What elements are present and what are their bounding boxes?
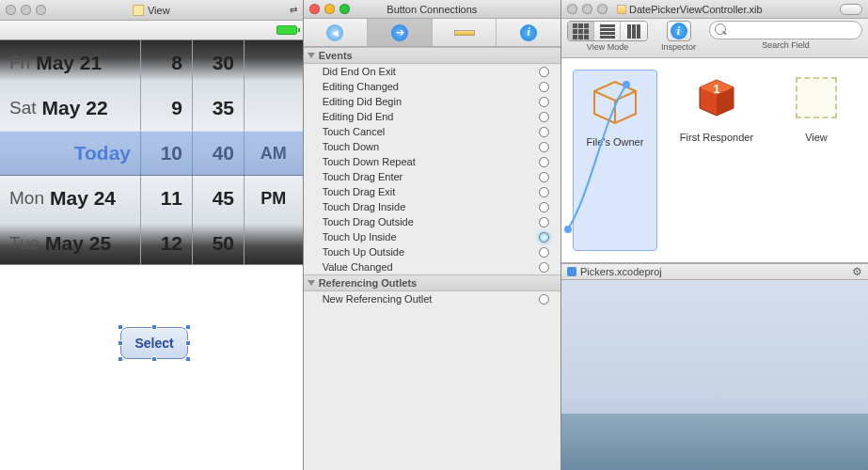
resize-handle[interactable]: [185, 340, 191, 346]
outlet-icon[interactable]: [539, 232, 549, 243]
event-row[interactable]: Did End On Exit: [304, 64, 560, 79]
view-object[interactable]: View: [776, 70, 857, 251]
event-row[interactable]: Touch Up Outside: [304, 244, 560, 259]
outlet-icon[interactable]: [539, 97, 549, 107]
resize-handle[interactable]: [118, 324, 123, 330]
resize-handle[interactable]: [118, 356, 123, 362]
xib-titlebar[interactable]: DatePickerViewController.xib: [561, 0, 868, 19]
gear-icon[interactable]: ⚙: [852, 265, 862, 278]
files-owner-object[interactable]: File's Owner: [573, 70, 657, 251]
connections-titlebar[interactable]: Button Connections: [304, 0, 560, 19]
view-mode-columns[interactable]: [621, 22, 647, 40]
event-row[interactable]: Value Changed: [304, 259, 560, 274]
outlet-icon[interactable]: [539, 262, 549, 273]
minimize-icon[interactable]: [324, 4, 335, 14]
outlet-row[interactable]: New Referencing Outlet: [304, 291, 560, 306]
tab-attributes[interactable]: ◄: [304, 19, 369, 46]
first-responder-object[interactable]: 1 First Responder: [676, 70, 757, 251]
tab-size[interactable]: [433, 19, 497, 46]
outlet-icon[interactable]: [539, 187, 549, 197]
view-window-titlebar[interactable]: View ⇄: [0, 0, 303, 21]
event-row[interactable]: Editing Did End: [304, 109, 560, 124]
event-row[interactable]: Touch Down: [304, 139, 560, 154]
grid-icon: [573, 24, 589, 39]
zoom-icon[interactable]: [339, 4, 350, 14]
signal-icon: ⇄: [290, 5, 297, 15]
view-canvas[interactable]: Select: [0, 265, 303, 470]
zoom-icon[interactable]: [597, 4, 608, 14]
search-input[interactable]: [709, 21, 862, 39]
event-label: Touch Drag Exit: [323, 186, 396, 197]
event-row[interactable]: Touch Drag Exit: [304, 184, 560, 199]
xib-objects-canvas[interactable]: File's Owner 1 First Responder View: [561, 58, 868, 263]
view-mode-list[interactable]: [594, 22, 621, 40]
xib-window: DatePickerViewController.xib View Mode i…: [561, 0, 868, 470]
events-section-header[interactable]: Events: [304, 47, 560, 64]
ruler-icon: [454, 30, 475, 36]
outlet-icon[interactable]: [539, 112, 549, 122]
toolbar-pill-icon[interactable]: [840, 4, 862, 15]
events-list: Did End On ExitEditing ChangedEditing Di…: [304, 64, 560, 274]
outlets-section-header[interactable]: Referencing Outlets: [304, 274, 560, 291]
event-label: Touch Drag Enter: [323, 171, 403, 182]
date-picker[interactable]: FriMay 21 SatMay 22 Today MonMay 24 TueM…: [0, 39, 303, 265]
outlet-icon[interactable]: [539, 247, 549, 258]
event-row[interactable]: Touch Drag Outside: [304, 214, 560, 229]
event-row[interactable]: Touch Up Inside: [304, 229, 560, 244]
event-row[interactable]: Touch Cancel: [304, 124, 560, 139]
close-icon[interactable]: [309, 4, 320, 14]
select-button[interactable]: Select: [120, 327, 188, 359]
event-row[interactable]: Touch Drag Enter: [304, 169, 560, 184]
view-mode-icons[interactable]: [568, 22, 594, 40]
event-row[interactable]: Touch Down Repeat: [304, 154, 560, 169]
outlet-icon[interactable]: [539, 172, 549, 182]
outlet-icon[interactable]: [539, 127, 549, 137]
info-icon: i: [671, 23, 687, 39]
outlet-icon[interactable]: [539, 82, 549, 92]
resize-handle[interactable]: [185, 324, 191, 330]
arrow-right-icon: ➔: [391, 24, 408, 41]
object-label: View: [805, 132, 828, 143]
connections-title: Button Connections: [387, 4, 477, 15]
outlet-icon[interactable]: [539, 202, 549, 212]
columns-icon: [627, 24, 640, 39]
inspector-group: i Inspector: [661, 21, 696, 52]
event-row[interactable]: Touch Drag Inside: [304, 199, 560, 214]
event-label: Touch Down Repeat: [323, 156, 416, 167]
picker-column-ampm[interactable]: AM PM: [245, 40, 303, 264]
outlet-icon[interactable]: [539, 217, 549, 227]
resize-handle[interactable]: [185, 356, 191, 362]
outlet-icon[interactable]: [539, 157, 549, 167]
event-row[interactable]: Editing Did Begin: [304, 94, 560, 109]
zoom-icon[interactable]: [36, 5, 46, 15]
event-row[interactable]: Editing Changed: [304, 79, 560, 94]
close-icon[interactable]: [6, 5, 16, 15]
event-label: Touch Up Inside: [323, 231, 397, 243]
resize-handle[interactable]: [151, 324, 157, 330]
object-label: First Responder: [680, 132, 753, 143]
view-mode-group: View Mode: [567, 21, 648, 52]
resize-handle[interactable]: [151, 356, 157, 362]
xib-file-icon: [617, 5, 626, 14]
minimize-icon[interactable]: [21, 5, 31, 15]
outlet-icon[interactable]: [539, 67, 549, 77]
inspector-button[interactable]: i: [667, 21, 691, 41]
resize-handle[interactable]: [118, 340, 123, 346]
tab-connections[interactable]: ➔: [368, 19, 433, 46]
event-label: Value Changed: [323, 261, 393, 273]
xib-title: DatePickerViewController.xib: [629, 4, 763, 15]
tab-identity[interactable]: i: [497, 19, 560, 46]
xib-status-bar: Pickers.xcodeproj ⚙: [561, 263, 868, 280]
xib-toolbar: View Mode i Inspector Search Field: [561, 19, 868, 58]
outlet-icon[interactable]: [539, 294, 549, 305]
outlet-icon[interactable]: [539, 142, 549, 152]
picker-column-minute[interactable]: 30 35 40 45 50: [193, 40, 245, 264]
event-label: Editing Changed: [323, 81, 399, 92]
picker-column-hour[interactable]: 8 9 10 11 12: [141, 40, 193, 264]
event-label: Editing Did Begin: [323, 96, 402, 107]
outlet-label: New Referencing Outlet: [323, 293, 433, 305]
event-label: Editing Did End: [323, 111, 394, 122]
minimize-icon[interactable]: [582, 4, 592, 14]
picker-column-date[interactable]: FriMay 21 SatMay 22 Today MonMay 24 TueM…: [0, 40, 141, 264]
close-icon[interactable]: [567, 4, 577, 14]
